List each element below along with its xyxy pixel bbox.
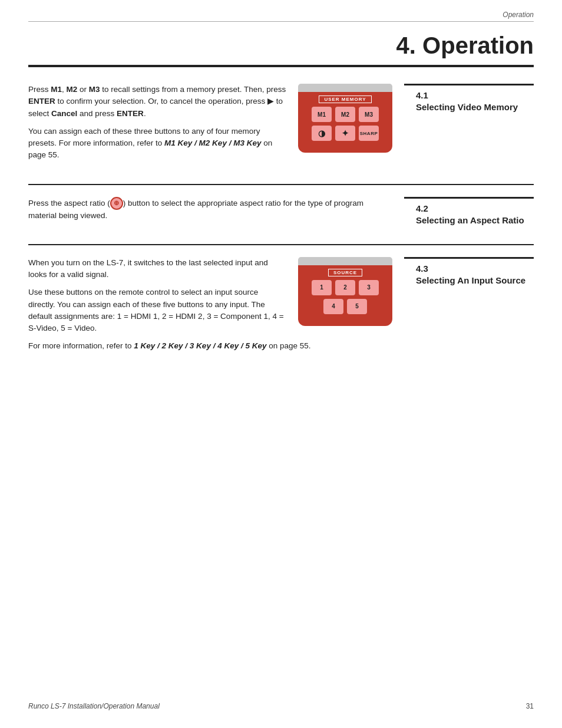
section-4-2-body: Press the aspect ratio (⊕) button to sel… <box>28 197 404 228</box>
section-4-3-sidebar: 4.3 Selecting An Input Source <box>404 257 534 358</box>
section-4-2-number: 4.2 <box>416 203 534 213</box>
source-remote-box: SOURCE 1 2 3 4 5 <box>298 257 392 326</box>
section-4-3-para3: For more information, refer to 1 Key / 2… <box>28 340 392 352</box>
section-rule-4-2 <box>28 184 534 185</box>
source-btn-4: 4 <box>323 299 343 314</box>
section-4-3-title: Selecting An Input Source <box>416 275 525 285</box>
chapter-title: 4. Operation <box>396 32 534 58</box>
memory-btn-m3: M3 <box>359 107 379 122</box>
memory-btn-row2: ◑ ✦ SHARP <box>305 126 385 141</box>
section-4-3-body: SOURCE 1 2 3 4 5 When you turn on the LS… <box>28 257 404 358</box>
section-4-2-sidebar: 4.2 Selecting an Aspect Ratio <box>404 197 534 228</box>
source-btn-row1: 1 2 3 <box>305 280 385 295</box>
aspect-ratio-icon: ⊕ <box>110 197 123 210</box>
section-rule-4-3 <box>28 244 534 245</box>
section-4-1-title: Selecting Video Memory <box>416 102 518 112</box>
memory-btn-m2: M2 <box>335 107 355 122</box>
section-4-3: SOURCE 1 2 3 4 5 When you turn on the LS… <box>28 257 534 358</box>
source-remote-image: SOURCE 1 2 3 4 5 <box>298 257 392 326</box>
source-btn-1: 1 <box>312 280 332 295</box>
section-4-1-content: USER MEMORY M1 M2 M3 ◑ ✦ SHARP Press M1, <box>28 84 392 167</box>
section-4-3-number: 4.3 <box>416 263 534 274</box>
memory-btn-sharp: SHARP <box>359 126 379 141</box>
section-4-2-title: Selecting an Aspect Ratio <box>416 215 524 225</box>
page-header: Operation <box>0 0 562 21</box>
source-btn-5: 5 <box>347 299 367 314</box>
source-btn-3: 3 <box>359 280 379 295</box>
header-italic-title: Operation <box>503 11 534 19</box>
section-4-1-number: 4.1 <box>416 90 534 100</box>
remote-memory-label: USER MEMORY <box>305 95 385 103</box>
section-4-2: Press the aspect ratio (⊕) button to sel… <box>28 197 534 228</box>
source-btn-row2: 4 5 <box>305 299 385 314</box>
page-footer: Runco LS-7 Installation/Operation Manual… <box>0 702 562 710</box>
memory-btn-row1: M1 M2 M3 <box>305 107 385 122</box>
section-4-1-body: USER MEMORY M1 M2 M3 ◑ ✦ SHARP Press M1, <box>28 84 404 167</box>
chapter-title-block: 4. Operation <box>0 22 562 65</box>
memory-btn-brightness: ✦ <box>335 126 355 141</box>
remote-top-gray <box>298 84 392 92</box>
section-4-2-para1: Press the aspect ratio (⊕) button to sel… <box>28 197 392 222</box>
source-remote-label: SOURCE <box>305 269 385 276</box>
memory-remote-image: USER MEMORY M1 M2 M3 ◑ ✦ SHARP <box>298 84 392 153</box>
section-4-3-content: SOURCE 1 2 3 4 5 When you turn on the LS… <box>28 257 392 358</box>
footer-left: Runco LS-7 Installation/Operation Manual <box>28 702 160 710</box>
chapter-rule <box>28 65 534 67</box>
section-4-1-sidebar: 4.1 Selecting Video Memory <box>404 84 534 167</box>
memory-btn-m1: M1 <box>312 107 332 122</box>
memory-remote-box: USER MEMORY M1 M2 M3 ◑ ✦ SHARP <box>298 84 392 153</box>
memory-btn-contrast: ◑ <box>312 126 332 141</box>
footer-page-number: 31 <box>526 702 534 710</box>
source-remote-top-gray <box>298 257 392 265</box>
section-4-1: USER MEMORY M1 M2 M3 ◑ ✦ SHARP Press M1, <box>28 84 534 167</box>
source-btn-2: 2 <box>335 280 355 295</box>
